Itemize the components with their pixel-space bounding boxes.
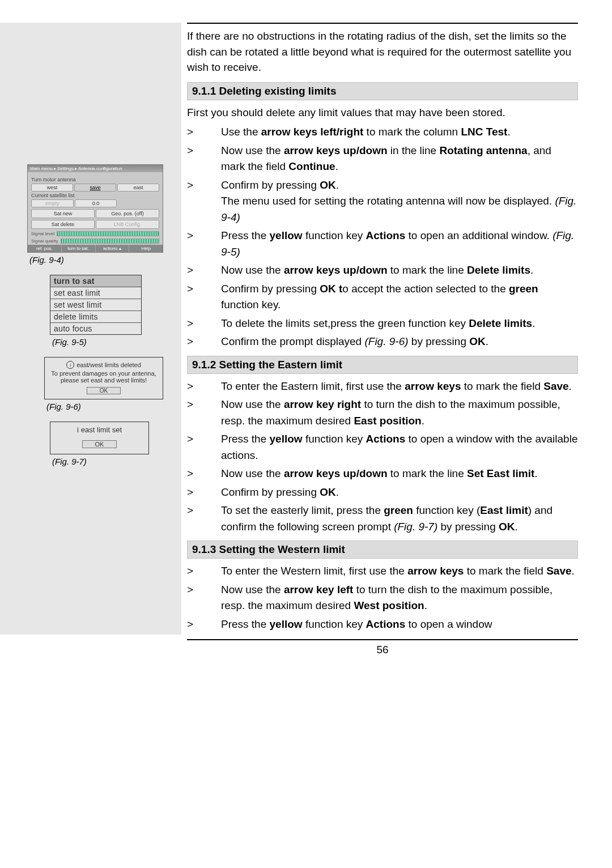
step-911-f: >Confirm by pressing OK to accept the ac… <box>187 281 578 313</box>
fig97-caption: (Fig. 9-7) <box>52 457 173 466</box>
fig94-deg: 0.0 <box>75 199 117 207</box>
fig95-r2: set east limit <box>50 287 141 299</box>
fig95-r5: auto focus <box>50 323 141 334</box>
fig94-save-button: save <box>74 184 116 192</box>
step-913-b: >Now use the arrow key left to turn the … <box>187 582 578 614</box>
step-912-a: >To enter the Eastern limit, first use t… <box>187 378 578 395</box>
step-911-c: >Confirm by pressing OK.The menu used fo… <box>187 177 578 226</box>
fig94-b2: turn to sat. <box>62 245 96 252</box>
fig94-turn-label: Turn motor antenna <box>31 177 159 182</box>
fig96-caption: (Fig. 9-6) <box>46 402 173 411</box>
fig95-r1: turn to sat <box>50 275 141 287</box>
step-911-d: >Press the yellow function key Actions t… <box>187 228 578 260</box>
step-912-e: >Confirm by pressing OK. <box>187 484 578 501</box>
step-913-c: >Press the yellow function key Actions t… <box>187 616 578 633</box>
figure-9-6: ieast/west limits deleted To prevent dam… <box>44 357 163 399</box>
step-911-e: >Now use the arrow keys up/down to mark … <box>187 262 578 279</box>
heading-912: 9.1.2 Setting the Eastern limit <box>187 356 578 374</box>
fig95-r3: set west limit <box>50 299 141 311</box>
fig94-caption: (Fig. 9-4) <box>29 255 173 265</box>
fig96-title: east/west limits deleted <box>76 361 141 368</box>
info-icon: i <box>77 426 79 434</box>
fig95-r4: delete limits <box>50 311 141 323</box>
fig94-satnew: Sat new <box>31 209 95 218</box>
figure-9-5: turn to sat set east limit set west limi… <box>50 275 142 335</box>
fig94-satdel: Sat delete <box>31 220 95 229</box>
step-912-c: >Press the yellow function key Actions t… <box>187 431 578 463</box>
fig96-body: To prevent damages on your antenna, plea… <box>47 370 160 384</box>
fig94-b4: Help <box>129 245 163 252</box>
figure-9-7: ieast limit set OK <box>50 422 149 454</box>
info-icon: i <box>66 361 74 369</box>
heading-911: 9.1.1 Deleting existing limits <box>187 82 578 100</box>
fig97-title: east limit set <box>81 426 122 434</box>
sidebar-figures: Main menu ▸ Settings ▸ Antenna configura… <box>0 23 181 635</box>
step-912-b: >Now use the arrow key right to turn the… <box>187 397 578 429</box>
page-number: 56 <box>187 639 578 656</box>
fig97-ok: OK <box>82 440 117 448</box>
figure-9-4: Main menu ▸ Settings ▸ Antenna configura… <box>27 164 163 253</box>
fig94-west-button: west <box>31 184 73 192</box>
fig94-siglvl-bar <box>57 231 159 236</box>
top-rule <box>187 23 578 24</box>
fig94-bottombar: ref. pos. turn to sat. actions ▴ Help <box>28 245 163 252</box>
fig94-b1: ref. pos. <box>28 245 62 252</box>
fig94-geo: Geo. pos. (off) <box>96 209 159 218</box>
step-912-d: >Now use the arrow keys up/down to mark … <box>187 466 578 482</box>
fig94-empty: empty <box>31 199 74 207</box>
fig95-caption: (Fig. 9-5) <box>52 337 173 347</box>
step-911-a: >Use the arrow keys left/right to mark t… <box>187 124 578 141</box>
fig96-ok: OK <box>87 387 121 394</box>
main-content: If there are no obstructions in the rota… <box>181 23 578 635</box>
step-911-b: >Now use the arrow keys up/down in the l… <box>187 143 578 175</box>
page: Main menu ▸ Settings ▸ Antenna configura… <box>0 0 612 667</box>
fig94-b3: actions ▴ <box>96 245 130 252</box>
intro-text: If there are no obstructions in the rota… <box>187 28 578 75</box>
step-911-h: >Confirm the prompt displayed (Fig. 9-6)… <box>187 334 578 350</box>
fig94-sigq: Signal quality <box>31 239 58 244</box>
fig94-lnb: LNB Config. <box>96 220 159 229</box>
step-913-a: >To enter the Western limit, first use t… <box>187 563 578 580</box>
fig94-curr-label: Current satellite list <box>31 193 159 198</box>
fig94-siglvl: Signal level <box>31 231 54 236</box>
fig94-east-button: east <box>117 184 159 192</box>
step-912-f: >To set the easterly limit, press the gr… <box>187 503 578 535</box>
lead-911: First you should delete any limit values… <box>187 105 578 121</box>
step-911-g: >To delete the limits set,press the gree… <box>187 316 578 332</box>
heading-913: 9.1.3 Setting the Western limit <box>187 541 578 559</box>
fig94-sigq-bar <box>61 239 159 244</box>
fig94-breadcrumb: Main menu ▸ Settings ▸ Antenna configura… <box>28 165 163 172</box>
